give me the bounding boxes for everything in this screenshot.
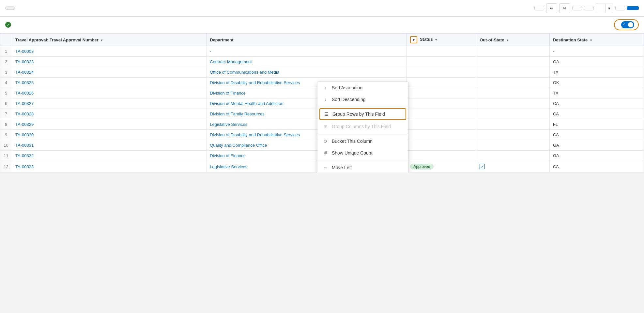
menu-icon-bucket: ⟳ bbox=[323, 139, 329, 144]
status-cell bbox=[407, 57, 476, 67]
out-of-state-cell bbox=[476, 109, 550, 119]
col-header-status: ▾ Status ▾ bbox=[407, 34, 476, 46]
row-num-cell: 8 bbox=[0, 119, 12, 130]
dest-state-cell: CA bbox=[549, 161, 644, 172]
status-cell bbox=[407, 130, 476, 140]
menu-icon-unique_count: # bbox=[323, 150, 329, 156]
feedback-button[interactable] bbox=[534, 6, 544, 10]
table-row: 3TA-00324Office of Communications and Me… bbox=[0, 67, 644, 78]
col-header-travel-approval-number: Travel Approval: Travel Approval Number … bbox=[12, 34, 207, 46]
ta-number-cell[interactable]: TA-00329 bbox=[12, 119, 207, 130]
status-cell: Approved bbox=[407, 161, 476, 172]
out-of-state-cell bbox=[476, 130, 550, 140]
menu-item-sort_desc[interactable]: ↓Sort Descending bbox=[317, 94, 408, 105]
out-of-state-cell bbox=[476, 140, 550, 151]
toggle-check-icon: ✓ bbox=[623, 22, 625, 26]
dest-state-cell: GA bbox=[549, 57, 644, 67]
status-badge: Approved bbox=[410, 164, 433, 170]
ta-number-cell[interactable]: TA-00333 bbox=[12, 161, 207, 172]
preview-message: ✓ bbox=[5, 22, 14, 28]
app-header: ↩ ↪ ▾ bbox=[0, 0, 644, 17]
ta-number-cell[interactable]: TA-00323 bbox=[12, 57, 207, 67]
col-header-destination-state: Destination State ▾ bbox=[549, 34, 644, 46]
save-run-button[interactable] bbox=[584, 6, 594, 10]
col-label-destination-state: Destination State bbox=[553, 37, 588, 42]
dest-state-cell: OK bbox=[549, 78, 644, 88]
menu-item-sort_asc[interactable]: ↑Sort Ascending bbox=[317, 82, 408, 94]
status-cell bbox=[407, 109, 476, 119]
menu-icon-sort_desc: ↓ bbox=[323, 97, 329, 102]
row-num-cell: 1 bbox=[0, 46, 12, 57]
col-header-department: Department bbox=[207, 34, 407, 46]
status-cell bbox=[407, 78, 476, 88]
menu-icon-group_rows: ☰ bbox=[323, 112, 329, 117]
app-title bbox=[5, 7, 15, 10]
menu-item-bucket[interactable]: ⟳Bucket This Column bbox=[317, 135, 408, 147]
col-label-status: Status bbox=[420, 37, 433, 42]
ta-number-cell[interactable]: TA-00330 bbox=[12, 130, 207, 140]
dest-state-cell: CA bbox=[549, 109, 644, 119]
menu-separator bbox=[317, 160, 408, 160]
dest-state-cell: GA bbox=[549, 151, 644, 161]
department-cell: Contract Management bbox=[207, 57, 407, 67]
update-preview-toggle[interactable]: ✓ bbox=[621, 21, 634, 28]
col-label-out-of-state: Out-of-State bbox=[480, 37, 504, 42]
ta-number-cell[interactable]: TA-00332 bbox=[12, 151, 207, 161]
ta-number-cell[interactable]: TA-00325 bbox=[12, 78, 207, 88]
ta-number-cell[interactable]: TA-00003 bbox=[12, 46, 207, 57]
row-num-cell: 4 bbox=[0, 78, 12, 88]
menu-items: ↑Sort Ascending↓Sort Descending☰Group Ro… bbox=[317, 82, 408, 172]
menu-label-group_cols: Group Columns by This Field bbox=[332, 124, 391, 129]
row-num-cell: 10 bbox=[0, 140, 12, 151]
save-caret-button[interactable]: ▾ bbox=[605, 4, 613, 13]
close-button[interactable] bbox=[615, 6, 625, 10]
col-header-out-of-state: Out-of-State ▾ bbox=[476, 34, 550, 46]
out-of-state-cell bbox=[476, 88, 550, 98]
row-num-cell: 3 bbox=[0, 67, 12, 78]
ta-number-cell[interactable]: TA-00328 bbox=[12, 109, 207, 119]
preview-banner: ✓ ✓ bbox=[0, 17, 644, 33]
save-button-group: ▾ bbox=[596, 4, 613, 13]
ta-number-cell[interactable]: TA-00326 bbox=[12, 88, 207, 98]
dest-state-cell: TX bbox=[549, 67, 644, 78]
row-num-cell: 11 bbox=[0, 151, 12, 161]
ta-number-cell[interactable]: TA-00324 bbox=[12, 67, 207, 78]
menu-label-sort_asc: Sort Ascending bbox=[332, 85, 362, 90]
menu-separator bbox=[317, 134, 408, 134]
status-cell bbox=[407, 67, 476, 78]
add-chart-button[interactable] bbox=[572, 6, 582, 10]
undo-button[interactable]: ↩ bbox=[546, 3, 557, 13]
menu-label-group_rows: Group Rows by This Field bbox=[332, 112, 385, 117]
table-header: Travel Approval: Travel Approval Number … bbox=[0, 34, 644, 46]
menu-icon-group_cols: ⊞ bbox=[323, 124, 329, 129]
status-cell bbox=[407, 151, 476, 161]
col-arrow-travel-approval-number[interactable]: ▾ bbox=[101, 38, 102, 42]
col-arrow-out-of-state[interactable]: ▾ bbox=[507, 38, 508, 42]
redo-button[interactable]: ↪ bbox=[559, 3, 570, 13]
status-dropdown-btn[interactable]: ▾ bbox=[410, 36, 417, 43]
menu-item-group_rows[interactable]: ☰Group Rows by This Field bbox=[319, 108, 406, 120]
out-of-state-cell bbox=[476, 57, 550, 67]
row-num-cell: 12 bbox=[0, 161, 12, 172]
ta-number-cell[interactable]: TA-00327 bbox=[12, 98, 207, 109]
col-arrow-destination-state[interactable]: ▾ bbox=[590, 38, 592, 42]
run-button[interactable] bbox=[627, 6, 639, 10]
header-actions: ↩ ↪ ▾ bbox=[534, 3, 639, 13]
menu-item-unique_count[interactable]: #Show Unique Count bbox=[317, 147, 408, 159]
menu-separator bbox=[317, 107, 408, 107]
out-of-state-cell bbox=[476, 67, 550, 78]
department-cell: - bbox=[207, 46, 407, 57]
table-container: Travel Approval: Travel Approval Number … bbox=[0, 33, 644, 172]
table-row: 2TA-00323Contract ManagementGA bbox=[0, 57, 644, 67]
dest-state-cell: - bbox=[549, 46, 644, 57]
save-button[interactable] bbox=[596, 4, 605, 13]
col-label-travel-approval-number: Travel Approval: Travel Approval Number bbox=[15, 37, 99, 42]
ta-number-cell[interactable]: TA-00331 bbox=[12, 140, 207, 151]
col-arrow-status[interactable]: ▾ bbox=[435, 38, 437, 41]
out-of-state-cell bbox=[476, 46, 550, 57]
dest-state-cell: CA bbox=[549, 98, 644, 109]
column-context-menu: ↑Sort Ascending↓Sort Descending☰Group Ro… bbox=[317, 82, 408, 172]
out-of-state-checkbox[interactable] bbox=[480, 164, 485, 169]
menu-icon-sort_asc: ↑ bbox=[323, 85, 329, 90]
menu-item-move_left[interactable]: ←Move Left bbox=[317, 162, 408, 172]
